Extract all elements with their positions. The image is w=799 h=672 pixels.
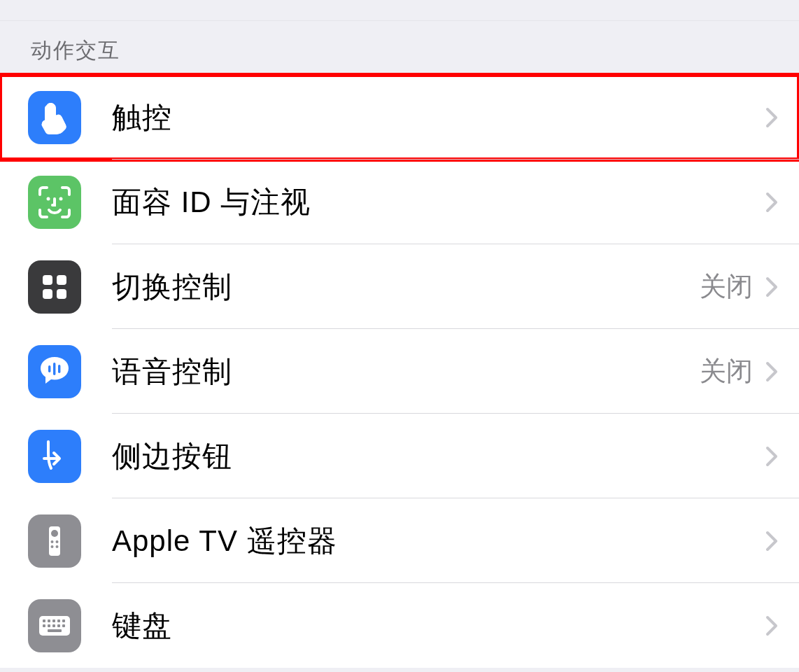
face-id-icon	[28, 176, 81, 229]
section-header: 动作交互	[0, 21, 799, 75]
svg-rect-2	[43, 275, 52, 285]
switch-control-icon	[28, 260, 81, 314]
svg-rect-5	[57, 289, 66, 299]
row-switch-control[interactable]: 切换控制 关闭	[0, 244, 799, 329]
row-label: 面容 ID 与注视	[112, 183, 765, 222]
chevron-right-icon	[765, 192, 778, 213]
row-touch[interactable]: 触控	[0, 75, 799, 160]
svg-rect-18	[52, 620, 55, 622]
row-label: 语音控制	[112, 352, 700, 391]
svg-point-1	[59, 197, 63, 200]
svg-rect-23	[52, 624, 55, 627]
row-value: 关闭	[700, 354, 753, 389]
svg-rect-25	[62, 624, 65, 627]
row-label: Apple TV 遥控器	[112, 522, 765, 561]
chevron-right-icon	[765, 361, 778, 382]
svg-rect-7	[53, 363, 55, 375]
svg-rect-26	[48, 629, 62, 632]
svg-rect-3	[57, 275, 66, 285]
chevron-right-icon	[765, 531, 778, 552]
chevron-right-icon	[765, 107, 778, 128]
svg-rect-4	[43, 289, 52, 299]
apple-tv-remote-icon	[28, 514, 81, 568]
svg-point-11	[51, 540, 54, 543]
svg-point-14	[56, 545, 59, 548]
svg-rect-21	[43, 624, 45, 627]
chevron-right-icon	[765, 615, 778, 636]
section-header-label: 动作交互	[31, 38, 120, 62]
svg-rect-6	[48, 365, 50, 372]
row-label: 触控	[112, 98, 765, 137]
svg-rect-8	[58, 365, 60, 373]
row-value: 关闭	[700, 269, 753, 304]
row-side-button[interactable]: 侧边按钮	[0, 414, 799, 498]
row-keyboard[interactable]: 键盘	[0, 583, 799, 668]
row-label: 切换控制	[112, 267, 700, 307]
chevron-right-icon	[765, 276, 778, 298]
svg-rect-22	[48, 624, 50, 627]
svg-rect-24	[57, 624, 60, 627]
keyboard-icon	[28, 599, 81, 652]
row-label: 键盘	[112, 606, 765, 645]
settings-list: 触控 面容 ID 与注视	[0, 75, 799, 668]
svg-point-12	[56, 540, 59, 543]
svg-rect-17	[48, 620, 50, 622]
svg-point-10	[51, 530, 58, 537]
side-button-icon	[28, 430, 81, 483]
svg-point-0	[47, 197, 50, 200]
voice-control-icon	[28, 345, 81, 398]
row-face-id[interactable]: 面容 ID 与注视	[0, 160, 799, 244]
svg-rect-19	[57, 620, 60, 622]
svg-rect-20	[62, 620, 65, 622]
row-voice-control[interactable]: 语音控制 关闭	[0, 329, 799, 414]
top-spacer	[0, 0, 799, 21]
svg-point-13	[51, 545, 54, 548]
touch-icon	[28, 91, 81, 144]
row-label: 侧边按钮	[112, 437, 765, 476]
row-apple-tv-remote[interactable]: Apple TV 遥控器	[0, 498, 799, 583]
svg-rect-16	[43, 620, 45, 622]
chevron-right-icon	[765, 446, 778, 467]
